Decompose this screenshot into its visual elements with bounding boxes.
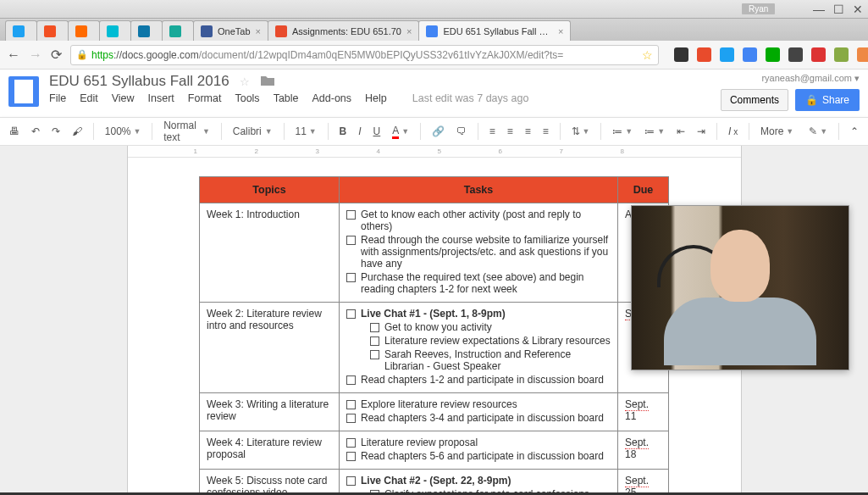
bookmark-star-icon[interactable]: ☆ [642,48,653,62]
font-size-selector[interactable]: 11 ▼ [290,122,320,141]
checkbox-icon[interactable] [346,452,356,461]
browser-tab[interactable] [99,20,131,41]
tab-close-icon[interactable]: × [558,26,563,36]
share-button[interactable]: 🔒Share [795,89,860,111]
bold-icon[interactable]: B [335,122,351,141]
comment-icon[interactable]: 🗨 [452,122,471,141]
print-icon[interactable]: 🖶 [5,122,24,141]
syllabus-table[interactable]: Topics Tasks Due Week 1: IntroductionGet… [199,176,669,495]
menu-help[interactable]: Help [365,92,387,104]
document-title[interactable]: EDU 651 Syllabus Fall 2016 [49,73,229,90]
nav-forward-icon[interactable]: → [29,47,42,63]
menu-table[interactable]: Table [274,92,299,104]
checkbox-icon[interactable] [346,400,356,409]
checkbox-icon[interactable] [346,438,356,448]
checkbox-icon[interactable] [370,350,379,359]
menu-view[interactable]: View [112,92,135,104]
browser-tab[interactable]: OneTab× [193,20,268,41]
checkbox-icon[interactable] [346,375,356,385]
checkbox-icon[interactable] [346,414,356,423]
checkbox-icon[interactable] [346,236,356,245]
editing-mode-icon[interactable]: ✎ ▼ [804,122,832,141]
font-selector[interactable]: Calibri ▼ [229,122,277,141]
undo-icon[interactable]: ↶ [27,122,44,141]
table-row[interactable]: Week 1: IntroductionGet to know each oth… [200,203,669,303]
extension-icon[interactable] [766,47,780,62]
nav-back-icon[interactable]: ← [7,47,20,63]
extension-icon[interactable] [857,47,868,62]
browser-tab[interactable] [5,20,37,41]
comments-button[interactable]: Comments [721,89,788,111]
cell-tasks[interactable]: Live Chat #2 - (Sept. 22, 8-9pm)Clarify … [340,470,618,496]
underline-icon[interactable]: U [369,122,385,141]
star-document-icon[interactable]: ☆ [240,75,250,88]
align-center-icon[interactable]: ≡ [503,122,517,141]
cell-due[interactable]: Sept. 11 [618,393,669,431]
table-row[interactable]: Week 3: Writing a literature reviewExplo… [200,393,669,431]
extension-icon[interactable] [720,47,734,62]
paragraph-style-selector[interactable]: Normal text ▼ [159,116,214,147]
more-toolbar-button[interactable]: More ▼ [756,122,798,141]
italic-icon[interactable]: I [354,122,365,141]
indent-increase-icon[interactable]: ⇥ [693,122,710,141]
table-row[interactable]: Week 5: Discuss note card confessions vi… [200,470,669,496]
table-row[interactable]: Week 2: Literature review intro and reso… [200,303,669,393]
checkbox-icon[interactable] [370,323,379,332]
cell-tasks[interactable]: Get to know each other activity (post an… [340,203,618,303]
cell-topic[interactable]: Week 1: Introduction [200,203,340,303]
align-left-icon[interactable]: ≡ [485,122,500,141]
checkbox-icon[interactable] [346,309,356,319]
checkbox-icon[interactable] [346,273,356,282]
browser-tab[interactable]: Assignments: EDU 651.70× [268,20,419,41]
extension-icon[interactable] [788,47,803,62]
browser-tab[interactable] [130,20,163,41]
extension-icon[interactable] [697,47,711,62]
align-justify-icon[interactable]: ≡ [539,122,553,141]
cell-topic[interactable]: Week 3: Writing a literature review [200,393,340,431]
window-maximize-icon[interactable]: ☐ [833,3,844,16]
browser-tab[interactable] [162,20,194,41]
browser-tab[interactable] [36,20,69,41]
nav-reload-icon[interactable]: ⟳ [51,47,62,63]
docs-logo-icon[interactable] [8,76,39,107]
clear-format-icon[interactable]: Ix [724,122,742,141]
checkbox-icon[interactable] [370,336,379,346]
tab-close-icon[interactable]: × [406,26,412,36]
tab-close-icon[interactable]: × [256,26,261,36]
window-minimize-icon[interactable]: — [813,3,825,16]
user-email[interactable]: ryaneash@gmail.com ▾ [761,73,860,84]
browser-tab[interactable] [68,20,100,41]
checkbox-icon[interactable] [346,476,356,486]
text-color-icon[interactable]: A ▼ [388,121,413,142]
menu-edit[interactable]: Edit [80,92,98,104]
expand-toolbar-icon[interactable]: ⌃ [846,122,863,141]
menu-tools[interactable]: Tools [235,92,259,104]
menu-file[interactable]: File [49,92,66,104]
indent-decrease-icon[interactable]: ⇤ [672,122,689,141]
paint-format-icon[interactable]: 🖌 [68,122,86,141]
menu-insert[interactable]: Insert [148,92,174,104]
link-icon[interactable]: 🔗 [428,122,449,141]
cell-topic[interactable]: Week 2: Literature review intro and reso… [200,303,340,393]
cell-topic[interactable]: Week 5: Discuss note card confessions vi… [200,470,340,496]
cell-tasks[interactable]: Literature review proposalRead chapters … [340,431,618,470]
align-right-icon[interactable]: ≡ [521,122,535,141]
extension-icon[interactable] [743,47,757,62]
extension-icon[interactable] [811,47,826,62]
ruler[interactable]: 12345678 [128,146,741,158]
redo-icon[interactable]: ↷ [47,122,64,141]
address-bar[interactable]: 🔒 https://docs.google.com/document/d/12w… [70,45,659,65]
extension-icon[interactable] [834,47,849,62]
zoom-selector[interactable]: 100% ▼ [101,122,146,141]
cell-due[interactable]: Sept. 25 [618,470,669,496]
menu-format[interactable]: Format [188,92,222,104]
numbered-list-icon[interactable]: ≔ ▼ [608,122,637,141]
bulleted-list-icon[interactable]: ≔ ▼ [640,122,669,141]
menu-add-ons[interactable]: Add-ons [312,92,352,104]
table-row[interactable]: Week 4: Literature review proposalLitera… [200,431,669,470]
cell-tasks[interactable]: Explore literature review resourcesRead … [340,393,618,431]
move-folder-icon[interactable] [260,75,275,89]
extension-icon[interactable] [674,47,688,62]
line-spacing-icon[interactable]: ⇅ ▼ [567,122,594,141]
checkbox-icon[interactable] [346,210,356,220]
